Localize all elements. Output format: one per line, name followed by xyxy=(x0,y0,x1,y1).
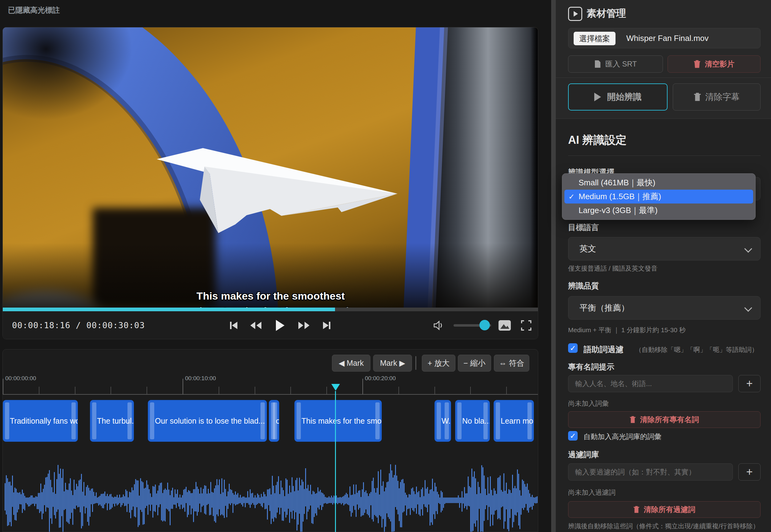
zoom-out-button[interactable]: − 縮小 xyxy=(458,355,491,372)
ruler-minor-tick xyxy=(326,387,327,394)
fullscreen-button[interactable] xyxy=(518,317,535,334)
subtitle-clip[interactable]: No bla... xyxy=(455,400,490,442)
auto-add-checkbox[interactable]: ✓ xyxy=(568,431,578,441)
ruler-minor-tick xyxy=(219,387,219,394)
filler-filter-checkbox[interactable]: ✓ xyxy=(568,343,578,353)
mark-next-button[interactable]: Mark ▶ xyxy=(373,355,412,372)
trash-icon xyxy=(694,60,700,68)
right-sidebar: 素材管理 選擇檔案 Whisper Fan Final.mov 匯入 SRT 清… xyxy=(556,0,771,532)
ruler-time-label: 00:00:00:00 xyxy=(5,375,36,382)
start-recognition-button[interactable]: 開始辨識 xyxy=(568,83,668,111)
zoom-in-button[interactable]: + 放大 xyxy=(422,355,455,372)
playhead-line[interactable] xyxy=(335,391,336,532)
video-progress-fill xyxy=(3,308,335,311)
add-filter-word-button[interactable]: + xyxy=(738,463,761,481)
proper-nouns-title: 專有名詞提示 xyxy=(568,362,614,372)
clip-label: Our solution is to lose the blad... xyxy=(148,417,265,425)
choose-file-button[interactable]: 選擇檔案 xyxy=(574,32,616,45)
rewind-button[interactable] xyxy=(247,317,264,334)
playhead-marker[interactable] xyxy=(331,384,340,391)
trash-icon xyxy=(633,506,640,513)
filler-filter-note: （自動移除「嗯」「啊」「呃」等語助詞） xyxy=(635,345,758,354)
model-option[interactable]: ✓Medium (1.5GB｜推薦) xyxy=(564,190,753,204)
clear-subtitles-label: 清除字幕 xyxy=(705,91,740,103)
proper-nouns-empty-text: 尚未加入詞彙 xyxy=(568,399,609,408)
clear-subtitles-button[interactable]: 清除字幕 xyxy=(673,83,761,111)
timecode-display: 00:00:18:16 / 00:00:30:03 xyxy=(12,320,145,330)
subtitle-clip[interactable]: This makes for the smo... xyxy=(294,400,382,442)
start-recognition-label: 開始辨識 xyxy=(607,91,642,103)
language-note: 僅支援普通話 / 國語及英文發音 xyxy=(568,264,658,273)
player-control-bar: 00:00:18:16 / 00:00:30:03 xyxy=(3,311,538,339)
import-srt-button[interactable]: 匯入 SRT xyxy=(568,55,663,73)
language-select[interactable]: 英文 xyxy=(568,237,761,260)
toolbar-divider xyxy=(415,356,416,370)
subtitle-clip[interactable]: Traditionally fans wor... xyxy=(3,400,78,442)
selected-filename: Whisper Fan Final.mov xyxy=(626,34,708,43)
mark-prev-button[interactable]: ◀ Mark xyxy=(332,355,370,372)
clear-filter-words-button[interactable]: 清除所有過濾詞 xyxy=(568,501,761,518)
video-player-panel: This makes for the smoothest quietest an… xyxy=(2,27,538,339)
language-label: 目標語言 xyxy=(568,222,599,232)
video-viewport[interactable]: This makes for the smoothest quietest an… xyxy=(3,27,538,308)
trash-icon xyxy=(630,416,636,423)
clear-filter-words-label: 清除所有過濾詞 xyxy=(644,505,696,514)
fast-forward-button[interactable] xyxy=(295,317,313,334)
model-option-label: Small (461MB｜最快) xyxy=(579,177,655,188)
material-section-title: 素材管理 xyxy=(587,7,626,20)
subtitle-clip[interactable]: o xyxy=(269,400,279,442)
subtitle-clip[interactable]: The turbul... xyxy=(90,400,134,442)
volume-icon[interactable] xyxy=(431,317,448,334)
chevron-down-icon xyxy=(744,245,752,252)
proper-noun-input[interactable]: 輸入人名、地名、術語... xyxy=(568,375,733,392)
audio-waveform[interactable] xyxy=(3,447,538,532)
burned-in-subtitle: This makes for the smoothest quietest an… xyxy=(3,288,538,308)
settings-divider xyxy=(568,155,761,156)
ruler-minor-tick xyxy=(147,387,147,394)
ai-settings-title: AI 辨識設定 xyxy=(568,133,627,148)
clip-label: W... xyxy=(435,417,451,425)
video-progress-track[interactable] xyxy=(3,308,538,311)
ruler-major-tick xyxy=(183,379,183,394)
ruler-minor-tick xyxy=(290,387,291,394)
clear-video-button[interactable]: 清空影片 xyxy=(668,55,761,73)
play-button[interactable] xyxy=(271,317,289,334)
clip-label: The turbul... xyxy=(90,417,134,425)
material-section: 素材管理 選擇檔案 Whisper Fan Final.mov 匯入 SRT 清… xyxy=(556,0,771,119)
model-option[interactable]: Large-v3 (3GB｜最準) xyxy=(564,204,753,217)
clip-label: Learn mo... xyxy=(494,417,534,425)
ruler-baseline xyxy=(3,394,538,395)
timeline-ruler[interactable]: 00:00:00:0000:00:10:0000:00:20:00 xyxy=(3,374,538,395)
ruler-minor-tick xyxy=(398,387,399,394)
import-srt-label: 匯入 SRT xyxy=(605,59,637,69)
panel-resizer[interactable] xyxy=(551,0,556,532)
fit-button[interactable]: ⇔ 符合 xyxy=(494,355,529,372)
model-option[interactable]: Small (461MB｜最快) xyxy=(564,176,753,190)
skip-end-button[interactable] xyxy=(318,317,335,334)
clear-proper-nouns-button[interactable]: 清除所有專有名詞 xyxy=(568,411,761,428)
skip-start-button[interactable] xyxy=(225,317,242,334)
ruler-time-label: 00:00:10:00 xyxy=(185,375,216,382)
snapshot-image-icon[interactable] xyxy=(496,317,513,334)
filter-word-input[interactable]: 輸入要過濾的詞（如：對不對、其實） xyxy=(568,463,733,481)
subtitle-line-1: This makes for the smoothest xyxy=(3,288,538,304)
volume-slider-thumb[interactable] xyxy=(479,320,490,330)
ruler-minor-tick xyxy=(39,387,39,394)
subtitle-clip[interactable]: Learn mo... xyxy=(494,400,534,442)
ruler-minor-tick xyxy=(470,387,471,394)
subtitle-clip[interactable]: W... xyxy=(434,400,451,442)
quality-select[interactable]: 平衡（推薦） xyxy=(568,296,761,320)
add-proper-noun-button[interactable]: + xyxy=(738,375,761,392)
hidden-highlight-label: 已隱藏高光標註 xyxy=(8,5,60,15)
filler-filter-label: 語助詞過濾 xyxy=(583,344,624,355)
clip-label: o xyxy=(269,417,279,425)
ruler-major-tick xyxy=(3,379,3,394)
model-option-label: Large-v3 (3GB｜最準) xyxy=(579,205,658,216)
trash-icon xyxy=(694,93,701,101)
subtitle-clip[interactable]: Our solution is to lose the blad... xyxy=(148,400,267,442)
file-select-box: 選擇檔案 Whisper Fan Final.mov xyxy=(568,28,761,48)
ruler-minor-tick xyxy=(111,387,111,394)
filter-words-empty-text: 尚未加入過濾詞 xyxy=(568,488,616,497)
document-icon xyxy=(594,60,601,68)
quality-value: 平衡（推薦） xyxy=(568,302,629,313)
